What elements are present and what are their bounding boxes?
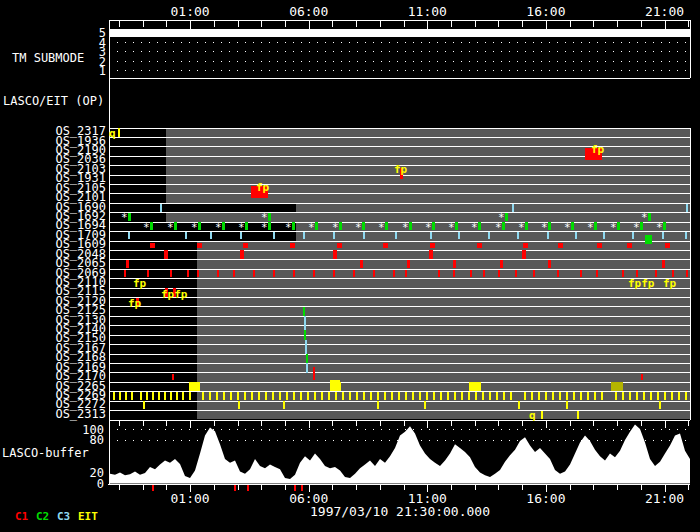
event-label: fp [394, 163, 407, 176]
event-mark-red [515, 270, 517, 277]
event-mark-yellow [209, 392, 211, 400]
event-mark-red [627, 243, 632, 248]
event-mark-red [672, 270, 674, 277]
legend-item-EIT: EIT [78, 510, 98, 523]
event-mark-red [393, 270, 395, 277]
top-axis-tick [143, 20, 144, 27]
top-axis-line [109, 20, 691, 21]
event-mark-yellow [314, 392, 316, 400]
event-star: * [656, 221, 663, 234]
buffer-axis-line [108, 484, 691, 485]
event-mark-yellow [510, 392, 512, 400]
event-mark-cyan [210, 232, 212, 239]
os-row-band [197, 279, 690, 287]
event-mark-red [636, 270, 638, 277]
buffer-grid-dotted [109, 440, 691, 441]
main-bottom-tick [190, 421, 191, 428]
event-mark-red [383, 243, 388, 248]
tm-ytick-label: 1 [60, 64, 106, 78]
event-mark-yellow [503, 392, 505, 400]
buffer-ytick-label: 0 [58, 477, 104, 491]
event-mark-red [580, 270, 582, 277]
event-mark-green [198, 222, 201, 230]
event-mark-cyan [273, 232, 275, 239]
os-row-band [166, 129, 690, 137]
event-mark-yellow [447, 392, 449, 400]
event-mark-red [597, 243, 602, 248]
event-mark-red [164, 250, 168, 259]
os-row-band [197, 307, 690, 315]
buffer-bottom-tick [356, 485, 357, 490]
event-mark-yellow [363, 392, 365, 400]
main-bottom-tick [332, 421, 333, 426]
event-mark-green [502, 222, 505, 230]
os-row-band [166, 147, 690, 155]
event-mark-red [641, 374, 643, 380]
buffer-bottom-tick [475, 485, 476, 490]
event-mark-yellow [454, 392, 456, 400]
main-bottom-tick [143, 421, 144, 426]
top-axis-tick [498, 20, 499, 27]
event-mark-cyan [685, 232, 687, 239]
bottom-hour-label: 11:00 [405, 491, 449, 506]
event-mark-red [147, 270, 149, 277]
event-mark-red [253, 270, 255, 277]
event-slant-seg [313, 367, 315, 380]
os-row-band [166, 138, 690, 146]
event-mark-red [373, 270, 375, 277]
event-mark-yellow [146, 392, 148, 400]
top-axis-tick [451, 20, 452, 27]
event-star: * [564, 221, 571, 234]
legend-item-C2: C2 [36, 510, 49, 523]
event-mark-cyan [160, 204, 162, 212]
buffer-bottom-tick [143, 485, 144, 490]
event-label: fp [128, 297, 141, 310]
buffer-bottom-tick [617, 485, 618, 490]
event-star: * [215, 221, 222, 234]
event-mark-yellow [283, 401, 285, 409]
buffer-bottom-tick [285, 485, 286, 490]
main-bottom-tick [617, 421, 618, 426]
event-star: * [495, 221, 502, 234]
os-row-band [197, 251, 690, 259]
buffer-bottom-tick [119, 485, 120, 490]
event-mark-yellow [577, 411, 579, 419]
top-axis-tick [522, 20, 523, 27]
event-mark-cyan [363, 232, 365, 239]
buffer-bottom-tick [498, 485, 499, 490]
tm-value-line [109, 29, 691, 37]
top-axis-tick [166, 20, 167, 27]
event-mark-green [478, 222, 481, 230]
main-bottom-tick [593, 421, 594, 426]
event-mark-yellow [244, 392, 246, 400]
event-mark-yellow [659, 401, 661, 409]
event-mark-red [533, 270, 535, 277]
top-hour-label: 01:00 [168, 4, 212, 19]
event-mark-red [290, 243, 295, 248]
tm-grid-dotted [109, 70, 691, 71]
top-axis-tick [475, 20, 476, 27]
event-label: fp [591, 143, 604, 156]
event-slant-seg [303, 307, 305, 316]
buffer-bottom-tick [380, 485, 381, 490]
event-mark-cyan [395, 232, 397, 239]
top-axis-tick [641, 20, 642, 27]
event-mark-cyan [303, 232, 305, 239]
tm-right-border [690, 20, 691, 78]
event-mark-yellow [300, 392, 302, 400]
event-mark-yellow [398, 392, 400, 400]
event-label: fpfp [161, 288, 188, 301]
buffer-bottom-tick [593, 485, 594, 490]
event-mark-cyan [185, 232, 187, 239]
buffer-bottom-tick [166, 485, 167, 490]
event-star: * [518, 221, 525, 234]
tm-grid-dotted [109, 51, 691, 52]
event-mark-red [217, 270, 219, 277]
event-star: * [610, 221, 617, 234]
event-mark-red [407, 260, 410, 268]
event-mark-red [557, 270, 559, 277]
event-star: * [633, 221, 640, 234]
bottom-hour-label: 01:00 [168, 491, 212, 506]
event-mark-yellow [601, 392, 603, 400]
event-mark-green [594, 222, 597, 230]
